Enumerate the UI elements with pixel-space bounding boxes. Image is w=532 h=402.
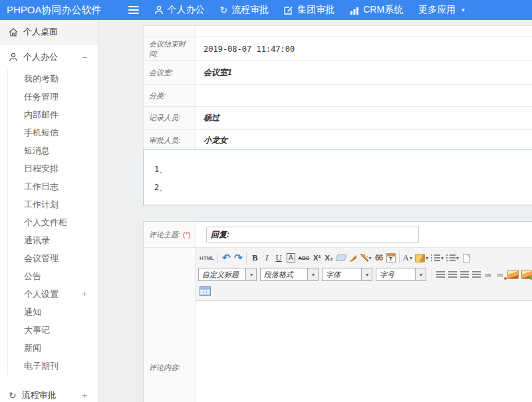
unordered-list-icon [446, 254, 456, 262]
editor-content-area[interactable] [196, 301, 532, 402]
brush-icon [349, 254, 356, 262]
sidebar-item-personal-settings[interactable]: 个人设置+ [0, 285, 98, 303]
align-right-icon [460, 271, 469, 278]
collapse-icon[interactable]: − [82, 52, 87, 62]
align-justify-icon [472, 271, 481, 278]
align-justify-button[interactable] [470, 268, 482, 280]
sidebar-item-label: 个人设置 [24, 285, 59, 303]
bold-button[interactable]: B [249, 252, 261, 264]
align-right-button[interactable] [458, 268, 470, 280]
nav-label: 个人办公 [168, 4, 205, 16]
sidebar-item-label: 日程安排 [24, 159, 59, 177]
superscript-button[interactable]: X² [311, 252, 323, 264]
field-value-comment-subject [196, 222, 532, 247]
redo-button[interactable]: ↷ [232, 252, 244, 264]
field-value-category [196, 85, 532, 106]
sidebar-item-short-message[interactable]: 短消息 [0, 142, 98, 159]
nav-personal-office[interactable]: 个人办公 [154, 4, 205, 16]
sidebar-item-contacts[interactable]: 通讯录 [0, 231, 98, 249]
top-navigation-bar: PHPOA协同办公软件 个人办公 ↻ 流程审批 集团审批 CRM系统 更多应用 … [0, 0, 532, 20]
table-row: 审批人员: 小龙女 [144, 130, 532, 151]
bar-chart-icon [350, 6, 359, 15]
insert-remote-image-button[interactable] [520, 268, 532, 280]
sidebar-item-meeting-management[interactable]: 会议管理 [0, 249, 98, 267]
font-family-select[interactable]: 字体 ▾ [322, 268, 372, 281]
sidebar-item-task-management[interactable]: 任务管理 [0, 88, 98, 106]
sidebar-item-notice[interactable]: 通知 [0, 303, 98, 321]
process-icon: ↻ [9, 391, 17, 400]
nav-more-apps[interactable]: 更多应用 ▾ [418, 4, 465, 16]
insert-image-button[interactable] [506, 268, 520, 280]
sidebar-item-file-cabinet[interactable]: 个人文件柜 [0, 213, 98, 231]
new-page-button[interactable] [460, 252, 472, 264]
sidebar-group-label: 个人办公 [23, 51, 58, 63]
sidebar-item-attendance[interactable]: 我的考勤 [0, 70, 98, 88]
comment-subject-input[interactable] [206, 227, 419, 243]
undo-button[interactable]: ↶ [220, 252, 232, 264]
hamburger-menu-icon[interactable] [128, 6, 139, 14]
comment-subject-row: 评论主题: (*) [144, 222, 532, 248]
minutes-line: 1、 [154, 161, 532, 179]
remove-link-button[interactable]: ∞ [494, 268, 506, 280]
sidebar-item-label: 工作计划 [24, 195, 59, 213]
nav-workflow-approval[interactable]: ↻ 流程审批 [220, 4, 269, 16]
app-logo: PHPOA协同办公软件 [7, 4, 102, 17]
sidebar-item-internal-mail[interactable]: 内部邮件 [0, 106, 98, 124]
expand-icon[interactable]: + [82, 391, 87, 401]
align-left-icon [436, 271, 445, 278]
sidebar-item-label: 内部邮件 [24, 106, 59, 124]
insert-date-button[interactable]: T [385, 252, 397, 264]
expand-icon[interactable]: + [82, 285, 87, 303]
autoformat-button[interactable]: ▾ [359, 252, 373, 264]
align-center-button[interactable] [446, 268, 458, 280]
field-value [196, 26, 532, 37]
align-left-button[interactable] [434, 268, 446, 280]
eraser-button[interactable] [335, 252, 347, 264]
sidebar-item-label: 手机短信 [24, 124, 59, 142]
comment-content-row: 评论内容: HTML ↶ ↷ B I U [144, 248, 532, 402]
insert-table-button[interactable] [198, 285, 212, 297]
sidebar-item-e-journal[interactable]: 电子期刊 [0, 357, 98, 375]
sidebar-item-work-diary[interactable]: 工作日志 [0, 177, 98, 195]
subscript-button[interactable]: X₂ [323, 252, 335, 264]
underline-button[interactable]: U [273, 252, 285, 264]
sidebar-item-schedule[interactable]: 日程安排 [0, 159, 98, 177]
strikethrough-button[interactable]: ABC [297, 252, 311, 264]
caret-down-icon: ▾ [415, 268, 426, 280]
insert-link-button[interactable]: ∞ [482, 268, 494, 280]
sidebar-group-label: 流程审批 [22, 389, 57, 401]
font-color-button[interactable]: A▾ [402, 252, 414, 264]
heading-select[interactable]: 自定义标题 ▾ [198, 268, 257, 281]
sidebar-item-personal-desktop[interactable]: 个人桌面 [0, 20, 98, 45]
sidebar-group-personal-office[interactable]: 个人办公 − [0, 45, 98, 70]
required-mark: (*) [183, 231, 191, 239]
sidebar-item-sms[interactable]: 手机短信 [0, 124, 98, 142]
table-row: 会议室: 会议室1 [144, 61, 532, 85]
sidebar-item-label: 个人文件柜 [24, 213, 67, 231]
paragraph-format-select[interactable]: 段落格式 ▾ [260, 268, 319, 281]
italic-button[interactable]: I [261, 252, 273, 264]
sidebar-group-workflow-approval[interactable]: ↻ 流程审批 + [0, 383, 98, 402]
sidebar-item-label: 个人桌面 [23, 26, 58, 38]
font-size-select[interactable]: 字号 ▾ [376, 268, 426, 281]
caret-down-icon: ▾ [462, 7, 465, 13]
image-upload-icon [521, 270, 532, 279]
blockquote-button[interactable]: 66 [373, 252, 385, 264]
unordered-list-button[interactable]: ▾ [445, 252, 460, 264]
highlight-color-button[interactable]: ▾ [414, 252, 430, 264]
nav-crm-system[interactable]: CRM系统 [350, 4, 403, 16]
sidebar-item-announcement[interactable]: 公告 [0, 267, 98, 285]
comment-form-table: 评论主题: (*) 评论内容: HTML ↶ [143, 221, 532, 402]
sidebar-item-news[interactable]: 新闻 [0, 339, 98, 357]
nav-group-approval[interactable]: 集团审批 [284, 4, 334, 16]
html-source-button[interactable]: HTML [198, 252, 215, 264]
field-label-meeting-room: 会议室: [144, 61, 196, 84]
sidebar-item-work-plan[interactable]: 工作计划 [0, 195, 98, 213]
sidebar-item-memorabilia[interactable]: 大事记 [0, 321, 98, 339]
format-painter-button[interactable] [347, 252, 359, 264]
process-icon: ↻ [220, 5, 228, 15]
user-icon [154, 5, 164, 15]
ordered-list-button[interactable]: ▾ [430, 252, 445, 264]
font-style-button[interactable]: A [287, 253, 295, 262]
nav-label: 流程审批 [231, 4, 269, 16]
